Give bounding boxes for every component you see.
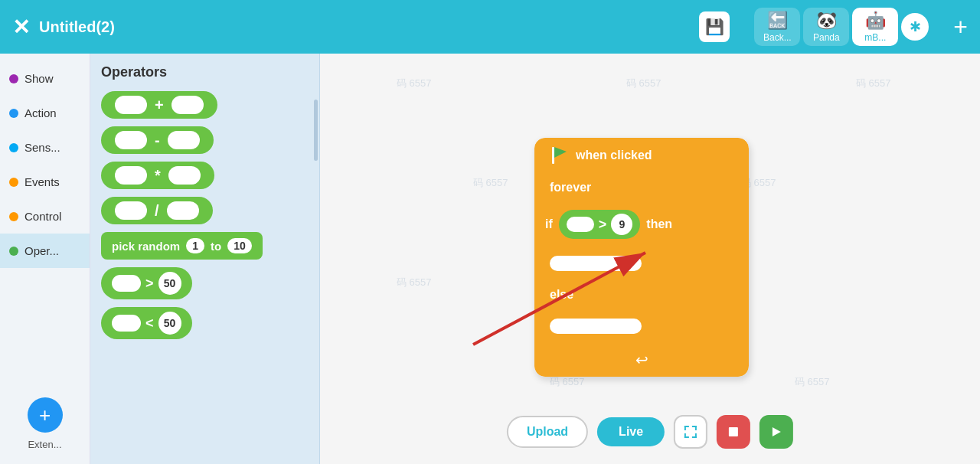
mult-symbol: * xyxy=(155,167,161,185)
sidebar-item-sens[interactable]: Sens... xyxy=(0,130,90,165)
if-block[interactable]: if > 9 then xyxy=(534,202,749,247)
page-title: Untitled(2) xyxy=(39,18,690,36)
blocks-panel-title: Operators xyxy=(101,64,309,80)
watermark: 码 6557 xyxy=(397,276,432,289)
repeat-arrow-icon: ↩ xyxy=(635,351,648,369)
comp-lt-row: < 50 xyxy=(101,307,309,339)
lt-symbol: < xyxy=(145,315,154,332)
sidebar-item-action[interactable]: Action xyxy=(0,96,90,130)
to-label: to xyxy=(211,240,221,253)
sidebar-item-operators[interactable]: Oper... xyxy=(0,234,90,268)
fullscreen-button[interactable] xyxy=(674,415,707,449)
bluetooth-icon[interactable]: ✱ xyxy=(901,13,929,41)
go-icon xyxy=(769,425,783,439)
sidebar-item-action-label: Action xyxy=(24,106,57,119)
if-body-white-slot xyxy=(550,256,642,271)
svg-rect-11 xyxy=(695,433,697,438)
go-button[interactable] xyxy=(760,415,793,449)
if-condition[interactable]: > 9 xyxy=(559,210,641,239)
save-button[interactable]: 💾 xyxy=(699,11,730,42)
sidebar-item-control[interactable]: Control xyxy=(0,199,90,234)
blocks-panel: Operators + - * xyxy=(90,54,320,464)
scroll-bar[interactable] xyxy=(314,100,318,161)
tab-back[interactable]: 🔙 Back... xyxy=(754,8,800,46)
panda-icon: 🐼 xyxy=(816,11,837,31)
block-end: ↩ xyxy=(534,343,749,377)
mb-icon: 🤖 xyxy=(865,11,886,31)
canvas-area: 码 6557 码 6557 码 6557 码 6557 码 6557 码 655… xyxy=(320,54,980,464)
live-button[interactable]: Live xyxy=(597,417,665,446)
svg-rect-5 xyxy=(684,426,686,430)
sidebar-item-show[interactable]: Show xyxy=(0,61,90,96)
pick-random-num2[interactable]: 10 xyxy=(227,238,252,253)
events-dot xyxy=(9,178,18,187)
plus-symbol: + xyxy=(155,96,164,114)
svg-rect-0 xyxy=(552,147,554,164)
condition-oval xyxy=(567,217,594,232)
if-body-slot xyxy=(534,247,749,280)
gt-symbol: > xyxy=(145,276,154,292)
sidebar-item-sens-label: Sens... xyxy=(24,141,60,154)
watermark: 码 6557 xyxy=(626,77,662,90)
watermark: 码 6557 xyxy=(473,176,508,190)
comp-lt-value[interactable]: 50 xyxy=(158,312,181,335)
condition-symbol: > xyxy=(599,217,607,233)
stop-button[interactable] xyxy=(717,415,750,449)
comp-gt-left-oval xyxy=(112,275,141,292)
sidebar-item-events-label: Events xyxy=(24,175,60,188)
watermark: 码 6557 xyxy=(397,77,432,90)
else-body-white-slot xyxy=(550,319,642,334)
comp-gt-block[interactable]: > 50 xyxy=(101,267,192,299)
tab-panda-label: Panda xyxy=(813,32,840,43)
watermark: 码 6557 xyxy=(550,375,585,389)
op-minus-block[interactable]: - xyxy=(101,126,214,154)
svg-marker-1 xyxy=(554,147,567,158)
watermark: 码 6557 xyxy=(856,77,891,90)
forever-label: forever xyxy=(550,181,591,194)
else-body-slot xyxy=(534,309,749,343)
control-dot xyxy=(9,212,18,221)
comp-gt-value[interactable]: 50 xyxy=(158,272,181,295)
show-dot xyxy=(9,74,18,83)
op-mult-row: * xyxy=(101,162,309,189)
else-block[interactable]: else xyxy=(534,280,749,309)
div-symbol: / xyxy=(155,202,159,220)
sidebar-item-show-label: Show xyxy=(24,72,54,85)
header-tabs: 🔙 Back... 🐼 Panda 🤖 mB... ✱ xyxy=(754,8,929,46)
main-area: Show Action Sens... Events Control Oper.… xyxy=(0,54,980,464)
op-plus-block[interactable]: + xyxy=(101,91,217,119)
tab-mb[interactable]: 🤖 mB... xyxy=(852,8,898,46)
sidebar: Show Action Sens... Events Control Oper.… xyxy=(0,54,90,464)
when-clicked-block[interactable]: when clicked xyxy=(534,138,749,173)
op-plus-left-oval xyxy=(115,96,147,114)
op-plus-right-oval xyxy=(172,96,204,114)
flag-icon xyxy=(550,145,570,165)
when-clicked-label: when clicked xyxy=(576,149,652,162)
op-div-right-oval xyxy=(167,201,199,220)
upload-button[interactable]: Upload xyxy=(507,416,588,448)
pick-random-label: pick random xyxy=(112,240,180,253)
svg-rect-12 xyxy=(729,427,738,436)
condition-value[interactable]: 9 xyxy=(611,214,632,235)
sens-dot xyxy=(9,143,18,152)
op-div-block[interactable]: / xyxy=(101,197,213,224)
close-button[interactable]: ✕ xyxy=(12,15,30,40)
comp-lt-block[interactable]: < 50 xyxy=(101,307,192,339)
action-dot xyxy=(9,109,18,118)
pick-random-row: pick random 1 to 10 xyxy=(101,232,309,260)
else-label: else xyxy=(550,288,573,301)
svg-rect-7 xyxy=(695,426,697,430)
add-button[interactable]: + xyxy=(953,13,968,41)
stop-icon xyxy=(727,425,740,439)
forever-block[interactable]: forever xyxy=(534,173,749,202)
if-label: if xyxy=(545,217,553,231)
op-mult-block[interactable]: * xyxy=(101,162,214,189)
op-minus-left-oval xyxy=(115,131,147,149)
extensions-add-button[interactable]: + xyxy=(28,397,63,433)
sidebar-item-events[interactable]: Events xyxy=(0,165,90,199)
pick-random-num1[interactable]: 1 xyxy=(186,238,204,253)
op-mult-right-oval xyxy=(168,166,201,185)
tab-panda[interactable]: 🐼 Panda xyxy=(803,8,849,46)
pick-random-block[interactable]: pick random 1 to 10 xyxy=(101,232,263,260)
minus-symbol: - xyxy=(155,132,160,149)
